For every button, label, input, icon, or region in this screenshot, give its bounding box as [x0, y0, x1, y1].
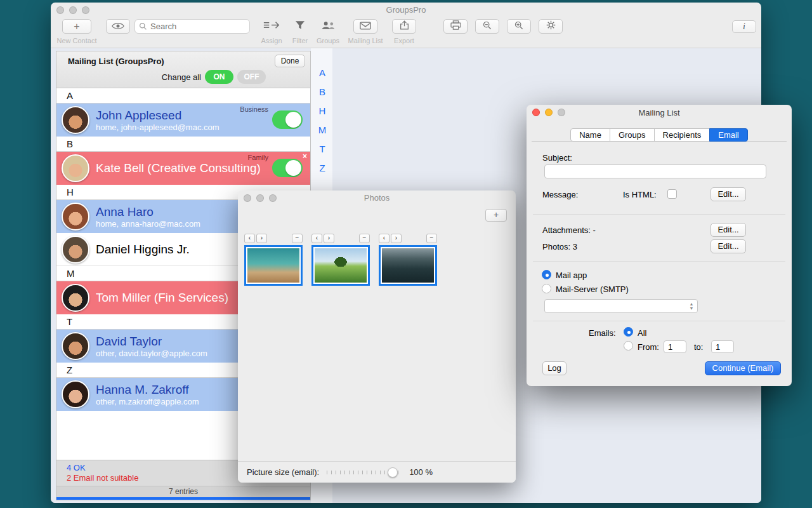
- photo-thumbnails: ‹ › − ‹ › − ‹ › −: [244, 234, 437, 286]
- photo-image-frame[interactable]: [244, 245, 303, 286]
- index-letter-z[interactable]: Z: [315, 163, 329, 173]
- mail-server-radio[interactable]: [542, 284, 551, 293]
- contact-toggle[interactable]: [272, 159, 303, 177]
- smtp-server-select[interactable]: ▲▼: [544, 299, 698, 313]
- photo-next-button[interactable]: ›: [324, 234, 334, 243]
- continue-email-button[interactable]: Continue (Email): [705, 361, 781, 375]
- zoom-window-button[interactable]: [558, 109, 565, 116]
- done-button[interactable]: Done: [275, 55, 305, 67]
- contact-tag: Family: [248, 154, 268, 161]
- contact-toggle[interactable]: [272, 110, 303, 129]
- index-letter-b[interactable]: B: [315, 86, 329, 97]
- new-contact-button[interactable]: +: [62, 19, 91, 34]
- photo-thumbnail: ‹ › −: [311, 234, 370, 286]
- photo-remove-button[interactable]: −: [292, 234, 303, 243]
- message-label: Message:: [542, 190, 578, 199]
- photo-image-frame[interactable]: [379, 245, 437, 286]
- minimize-button[interactable]: [69, 6, 77, 14]
- zoom-window-button[interactable]: [82, 6, 89, 14]
- minimize-button[interactable]: [545, 109, 553, 116]
- edit-message-button[interactable]: Edit...: [710, 187, 746, 201]
- main-window-controls: [56, 6, 89, 14]
- avatar: [62, 203, 89, 231]
- photo-image: [315, 248, 367, 283]
- change-all-off-button[interactable]: OFF: [237, 70, 266, 84]
- print-button[interactable]: [443, 19, 468, 34]
- index-letter-h[interactable]: H: [315, 105, 329, 116]
- contact-row-kate-bell[interactable]: Kate Bell (Creative Consulting) Family ×: [56, 152, 310, 185]
- main-titlebar[interactable]: GroupsPro: [51, 3, 761, 18]
- desktop: GroupsPro + New Contact: [0, 0, 812, 508]
- photo-image: [382, 248, 434, 283]
- is-html-label: Is HTML:: [623, 190, 657, 199]
- zoom-out-button[interactable]: [475, 19, 499, 34]
- separator: [533, 261, 785, 262]
- emails-to-label: to:: [694, 342, 703, 352]
- picture-size-slider-knob[interactable]: [388, 467, 398, 478]
- settings-button[interactable]: [539, 19, 563, 34]
- preview-button[interactable]: [106, 19, 130, 34]
- index-letter-a[interactable]: A: [315, 67, 329, 78]
- remove-contact-icon[interactable]: ×: [303, 152, 307, 161]
- close-button[interactable]: [56, 6, 64, 14]
- photos-count-label: Photos: 3: [542, 242, 577, 251]
- export-button[interactable]: [392, 19, 416, 34]
- mail-app-radio[interactable]: [542, 270, 551, 279]
- emails-from-radio[interactable]: [624, 341, 633, 351]
- tab-recipients[interactable]: Recipients: [654, 128, 710, 142]
- log-button[interactable]: Log: [542, 361, 566, 375]
- close-button[interactable]: [532, 109, 540, 116]
- mail-server-label: Mail-Server (SMTP): [556, 284, 629, 294]
- section-letter-b: B: [56, 137, 310, 152]
- subject-input[interactable]: [544, 164, 766, 178]
- photo-prev-button[interactable]: ‹: [379, 234, 390, 243]
- index-letter-m[interactable]: M: [315, 124, 329, 135]
- mailing-list-label: Mailing List: [345, 37, 386, 44]
- index-letter-t[interactable]: T: [315, 144, 329, 154]
- picture-size-value: 100 %: [409, 467, 433, 477]
- search-input[interactable]: [134, 19, 250, 34]
- edit-photos-button[interactable]: Edit...: [710, 239, 746, 253]
- edit-attachments-button[interactable]: Edit...: [710, 223, 746, 237]
- photos-titlebar[interactable]: Photos: [238, 190, 516, 206]
- panel-title: Mailing List (GroupsPro): [62, 57, 275, 66]
- mailing-titlebar[interactable]: Mailing List: [527, 105, 792, 121]
- photo-image-frame[interactable]: [311, 245, 370, 286]
- close-button[interactable]: [244, 194, 251, 202]
- change-all-on-button[interactable]: ON: [205, 70, 233, 84]
- panel-bottom-bar: [56, 497, 310, 500]
- photo-next-button[interactable]: ›: [256, 234, 267, 243]
- mailing-list-button[interactable]: [353, 19, 377, 34]
- tab-name[interactable]: Name: [570, 128, 610, 142]
- info-button[interactable]: i: [732, 20, 756, 33]
- tab-groups[interactable]: Groups: [610, 128, 655, 142]
- filter-button[interactable]: [288, 19, 312, 34]
- picture-size-slider[interactable]: [327, 467, 402, 478]
- from-input[interactable]: [664, 340, 686, 353]
- assign-button[interactable]: [259, 19, 284, 34]
- toggle-knob: [285, 112, 301, 128]
- is-html-checkbox[interactable]: [667, 189, 677, 199]
- tab-email[interactable]: Email: [709, 128, 748, 142]
- contact-row-john-appleseed[interactable]: John Appleseed home, john-appleseed@mac.…: [56, 104, 310, 137]
- zoom-window-button[interactable]: [269, 194, 277, 202]
- photo-remove-button[interactable]: −: [359, 234, 370, 243]
- photos-footer: Picture size (email): 100 %: [238, 461, 516, 483]
- photo-next-button[interactable]: ›: [391, 234, 402, 243]
- mailing-list-window: Mailing List Name Groups Recipients Emai…: [527, 105, 792, 386]
- add-photo-button[interactable]: +: [485, 209, 507, 222]
- assign-label: Assign: [259, 37, 284, 44]
- minimize-button[interactable]: [256, 194, 264, 202]
- photo-prev-button[interactable]: ‹: [244, 234, 255, 243]
- photo-prev-button[interactable]: ‹: [311, 234, 322, 243]
- to-input[interactable]: [711, 340, 734, 353]
- zoom-in-button[interactable]: [507, 19, 531, 34]
- photo-remove-button[interactable]: −: [426, 234, 437, 243]
- groups-label: Groups: [313, 37, 343, 44]
- emails-all-radio[interactable]: [624, 327, 633, 337]
- envelope-icon: [360, 21, 371, 32]
- groups-button[interactable]: [313, 19, 343, 34]
- tab-bar: Name Groups Recipients Email: [527, 128, 792, 142]
- photos-window-title: Photos: [364, 193, 390, 203]
- filter-icon: [295, 20, 305, 32]
